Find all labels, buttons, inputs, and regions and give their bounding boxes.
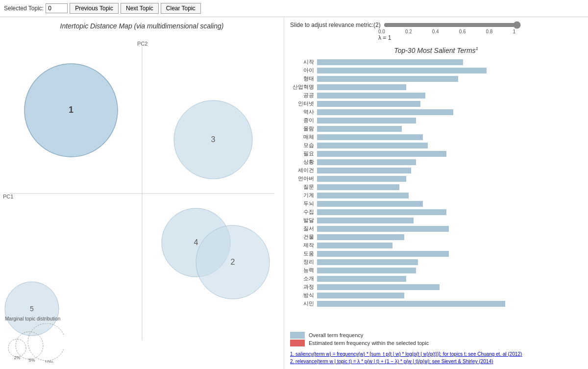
bar-row: 방식 (290, 292, 582, 299)
bar-bg (317, 184, 399, 190)
bar-container (317, 109, 582, 115)
tick-06: 0.6 (459, 29, 466, 34)
bar-label: 제작 (290, 242, 317, 249)
bar-bg (317, 226, 449, 232)
bar-row: 제작 (290, 242, 582, 249)
bar-row: 발달 (290, 217, 582, 224)
bar-container (317, 126, 582, 132)
bar-label: 시작 (290, 58, 317, 66)
right-panel: Slide to adjust relevance metric:(2) 0.0… (284, 17, 588, 369)
topic-label-1: 1 (69, 105, 74, 115)
bar-container (317, 284, 582, 290)
bar-row: 상황 (290, 158, 582, 166)
next-topic-button[interactable]: Next Topic (121, 3, 159, 14)
bar-label: 두뇌 (290, 200, 317, 207)
bar-bg (317, 176, 406, 182)
svg-text:10%: 10% (45, 360, 53, 363)
legend-overall-swatch (290, 332, 305, 339)
clear-topic-button[interactable]: Clear Topic (161, 3, 201, 14)
topic-label-5: 5 (30, 305, 34, 313)
svg-text:2%: 2% (14, 355, 20, 360)
bar-bg (317, 193, 409, 198)
bar-label: 공공 (290, 92, 317, 99)
bar-row: 역사 (290, 108, 582, 116)
bar-row: 소개 (290, 275, 582, 283)
bar-bg (317, 201, 423, 207)
bar-row: 형태 (290, 75, 582, 83)
bar-bg (317, 284, 440, 290)
bar-container (317, 218, 582, 223)
bar-container (317, 276, 582, 282)
bar-row: 기계 (290, 192, 582, 199)
bar-label: 인터넷 (290, 100, 317, 107)
bar-bg (317, 301, 505, 307)
bar-container (317, 234, 582, 240)
bar-chart: 시작아이형태산업혁명공공인터넷역사종이올람매체모습필요상황세이건언아버질문기계두… (290, 58, 582, 328)
bar-container (317, 68, 582, 74)
bar-label: 도움 (290, 250, 317, 257)
tick-04: 0.4 (432, 29, 439, 34)
bar-bg (317, 93, 425, 98)
bar-row: 시작 (290, 58, 582, 66)
bar-bg (317, 101, 420, 107)
bar-label: 정리 (290, 258, 317, 266)
topic-input[interactable] (46, 3, 68, 13)
bar-container (317, 168, 582, 173)
bar-bg (317, 218, 414, 223)
relevance-slider[interactable] (384, 21, 521, 29)
bar-row: 과정 (290, 283, 582, 291)
chart-title: Top-30 Most Salient Terms1 (290, 46, 582, 54)
bar-container (317, 93, 582, 98)
bar-row: 매체 (290, 133, 582, 141)
bar-bg (317, 209, 446, 215)
legend-area: Marginal topic distribution 2% 5% 10% (5, 316, 64, 364)
bar-bg (317, 134, 423, 140)
lambda-label: λ = 1 (378, 34, 391, 41)
bar-bg (317, 59, 463, 65)
bar-container (317, 193, 582, 198)
bar-row: 시민 (290, 300, 582, 308)
bar-label: 언아버 (290, 175, 317, 182)
map-title: Intertopic Distance Map (via multidimens… (0, 17, 284, 30)
footnote2[interactable]: 2. relevance(term w | topic t) = λ * p(w… (290, 358, 582, 365)
tick-02: 0.2 (405, 29, 412, 34)
bar-label: 올람 (290, 125, 317, 132)
bar-bg (317, 143, 428, 148)
slider-area: Slide to adjust relevance metric:(2) 0.0… (290, 21, 521, 41)
bar-label: 질문 (290, 183, 317, 191)
footnote1[interactable]: 1. saliency(term w) = frequency(w) * [su… (290, 350, 582, 358)
bar-label: 세이건 (290, 167, 317, 174)
bar-row: 종이 (290, 117, 582, 124)
bar-bg (317, 268, 416, 273)
map-svg: 3 4 2 1 5 (0, 37, 284, 360)
bar-label: 모습 (290, 142, 317, 149)
svg-point-2 (8, 339, 26, 357)
main-layout: Intertopic Distance Map (via multidimens… (0, 17, 588, 369)
slider-label: Slide to adjust relevance metric:(2) (290, 22, 381, 28)
bar-bg (317, 84, 406, 90)
svg-text:5%: 5% (28, 358, 35, 363)
bar-label: 종이 (290, 117, 317, 124)
bar-label: 기계 (290, 192, 317, 199)
bar-label: 역사 (290, 108, 317, 116)
bar-bg (317, 151, 446, 157)
prev-topic-button[interactable]: Previous Topic (70, 3, 119, 14)
bar-row: 언아버 (290, 175, 582, 183)
bar-label: 매체 (290, 133, 317, 141)
bar-label: 산업혁명 (290, 83, 317, 91)
bar-row: 능력 (290, 267, 582, 274)
bar-label: 아이 (290, 67, 317, 74)
bar-label: 질서 (290, 225, 317, 232)
bar-label: 형태 (290, 75, 317, 82)
bar-row: 질서 (290, 225, 582, 233)
legend-circles-svg: 2% 5% 10% (5, 323, 64, 363)
bar-container (317, 176, 582, 182)
bar-label: 방식 (290, 292, 317, 299)
bar-row: 올람 (290, 125, 582, 133)
bar-container (317, 151, 582, 157)
bar-container (317, 301, 582, 307)
topic-label-4: 4 (194, 238, 198, 246)
topic-label-2: 2 (231, 258, 235, 266)
bar-container (317, 184, 582, 190)
selected-topic-label: Selected Topic: (4, 5, 44, 12)
